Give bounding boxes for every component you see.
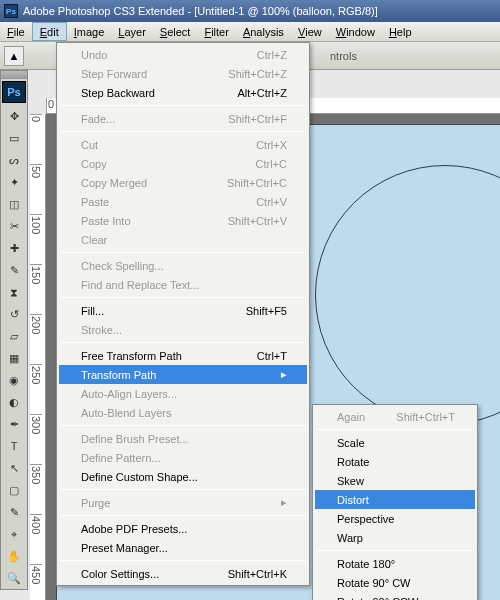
edit-color-settings[interactable]: Color Settings...Shift+Ctrl+K [59, 564, 307, 583]
menu-filter[interactable]: Filter [197, 22, 235, 41]
menu-select[interactable]: Select [153, 22, 198, 41]
move-tool-icon[interactable]: ▲ [4, 46, 24, 66]
edit-transform-path[interactable]: Transform Path▸ [59, 365, 307, 384]
menu-item-label: Purge [81, 497, 267, 509]
edit-separator [60, 297, 306, 298]
move-tool[interactable]: ✥ [2, 105, 26, 127]
edit-separator [60, 489, 306, 490]
slice-tool[interactable]: ✂ [2, 215, 26, 237]
menu-layer[interactable]: Layer [111, 22, 153, 41]
edit-copy-merged: Copy MergedShift+Ctrl+C [59, 173, 307, 192]
menu-item-label: Rotate [337, 456, 455, 468]
transform-warp[interactable]: Warp [315, 528, 475, 547]
eyedrop-tool[interactable]: ⌖ [2, 523, 26, 545]
stamp-tool[interactable]: ⧗ [2, 281, 26, 303]
menu-item-label: Copy Merged [81, 177, 203, 189]
edit-step-backward[interactable]: Step BackwardAlt+Ctrl+Z [59, 83, 307, 102]
wand-tool[interactable]: ✦ [2, 171, 26, 193]
blur-tool[interactable]: ◉ [2, 369, 26, 391]
pen-tool[interactable]: ✒ [2, 413, 26, 435]
edit-define-pattern: Define Pattern... [59, 448, 307, 467]
menu-item-label: Step Forward [81, 68, 204, 80]
menu-window[interactable]: Window [329, 22, 382, 41]
edit-copy: CopyCtrl+C [59, 154, 307, 173]
menu-item-label: Preset Manager... [81, 542, 287, 554]
transform-perspective[interactable]: Perspective [315, 509, 475, 528]
rect-tool[interactable]: ▢ [2, 479, 26, 501]
edit-paste-into: Paste IntoShift+Ctrl+V [59, 211, 307, 230]
menu-item-shortcut: Alt+Ctrl+Z [237, 87, 287, 99]
menu-item-label: Rotate 180° [337, 558, 455, 570]
heal-tool[interactable]: ✚ [2, 237, 26, 259]
edit-menu-dropdown: UndoCtrl+ZStep ForwardShift+Ctrl+ZStep B… [56, 42, 310, 586]
edit-step-forward: Step ForwardShift+Ctrl+Z [59, 64, 307, 83]
menu-item-label: Scale [337, 437, 455, 449]
edit-clear: Clear [59, 230, 307, 249]
menu-analysis[interactable]: Analysis [236, 22, 291, 41]
menu-item-label: Clear [81, 234, 287, 246]
menu-item-shortcut: Ctrl+V [256, 196, 287, 208]
menu-item-label: Undo [81, 49, 233, 61]
transform-rotate[interactable]: Rotate [315, 452, 475, 471]
zoom-tool[interactable]: 🔍 [2, 567, 26, 589]
path-curve[interactable] [315, 165, 500, 425]
menu-file[interactable]: File [0, 22, 32, 41]
transform-rotate-90-ccw[interactable]: Rotate 90° CCW [315, 592, 475, 600]
ps-logo-button[interactable]: Ps [2, 81, 26, 103]
lasso-tool[interactable]: ᔕ [2, 149, 26, 171]
eraser-tool[interactable]: ▱ [2, 325, 26, 347]
menu-item-label: Warp [337, 532, 455, 544]
menu-item-shortcut: Shift+F5 [246, 305, 287, 317]
menu-item-label: Again [337, 411, 372, 423]
menu-item-shortcut: Ctrl+C [256, 158, 287, 170]
edit-fade: Fade...Shift+Ctrl+F [59, 109, 307, 128]
edit-separator [60, 342, 306, 343]
edit-fill[interactable]: Fill...Shift+F5 [59, 301, 307, 320]
transform-distort[interactable]: Distort [315, 490, 475, 509]
notes-tool[interactable]: ✎ [2, 501, 26, 523]
menu-item-label: Step Backward [81, 87, 213, 99]
menu-help[interactable]: Help [382, 22, 419, 41]
edit-free-transform-path[interactable]: Free Transform PathCtrl+T [59, 346, 307, 365]
options-controls-label: ntrols [330, 50, 357, 62]
transform-scale[interactable]: Scale [315, 433, 475, 452]
menu-item-label: Auto-Blend Layers [81, 407, 287, 419]
history-tool[interactable]: ↺ [2, 303, 26, 325]
edit-separator [60, 560, 306, 561]
type-tool[interactable]: T [2, 435, 26, 457]
gradient-tool[interactable]: ▦ [2, 347, 26, 369]
crop-tool[interactable]: ◫ [2, 193, 26, 215]
menu-item-label: Perspective [337, 513, 455, 525]
menu-item-shortcut: Shift+Ctrl+Z [228, 68, 287, 80]
menu-item-label: Paste [81, 196, 232, 208]
menu-item-label: Free Transform Path [81, 350, 233, 362]
menu-item-shortcut: Shift+Ctrl+K [228, 568, 287, 580]
menu-item-shortcut: Ctrl+T [257, 350, 287, 362]
transform-separator [316, 550, 474, 551]
menu-view[interactable]: View [291, 22, 329, 41]
path-tool[interactable]: ↖ [2, 457, 26, 479]
edit-cut: CutCtrl+X [59, 135, 307, 154]
edit-adobe-pdf-presets[interactable]: Adobe PDF Presets... [59, 519, 307, 538]
dodge-tool[interactable]: ◐ [2, 391, 26, 413]
menu-image[interactable]: Image [67, 22, 112, 41]
transform-rotate-90-cw[interactable]: Rotate 90° CW [315, 573, 475, 592]
menu-item-label: Fade... [81, 113, 204, 125]
menu-item-shortcut: Shift+Ctrl+F [228, 113, 287, 125]
transform-skew[interactable]: Skew [315, 471, 475, 490]
palette-grip[interactable] [1, 71, 27, 79]
edit-separator [60, 252, 306, 253]
edit-define-custom-shape[interactable]: Define Custom Shape... [59, 467, 307, 486]
marquee-tool[interactable]: ▭ [2, 127, 26, 149]
app-icon: Ps [4, 4, 18, 18]
brush-tool[interactable]: ✎ [2, 259, 26, 281]
menu-edit[interactable]: Edit [32, 22, 67, 41]
edit-define-brush-preset: Define Brush Preset... [59, 429, 307, 448]
hand-tool[interactable]: ✋ [2, 545, 26, 567]
edit-preset-manager[interactable]: Preset Manager... [59, 538, 307, 557]
edit-check-spelling: Check Spelling... [59, 256, 307, 275]
transform-rotate-180[interactable]: Rotate 180° [315, 554, 475, 573]
menu-item-label: Adobe PDF Presets... [81, 523, 287, 535]
menu-item-label: Skew [337, 475, 455, 487]
edit-paste: PasteCtrl+V [59, 192, 307, 211]
